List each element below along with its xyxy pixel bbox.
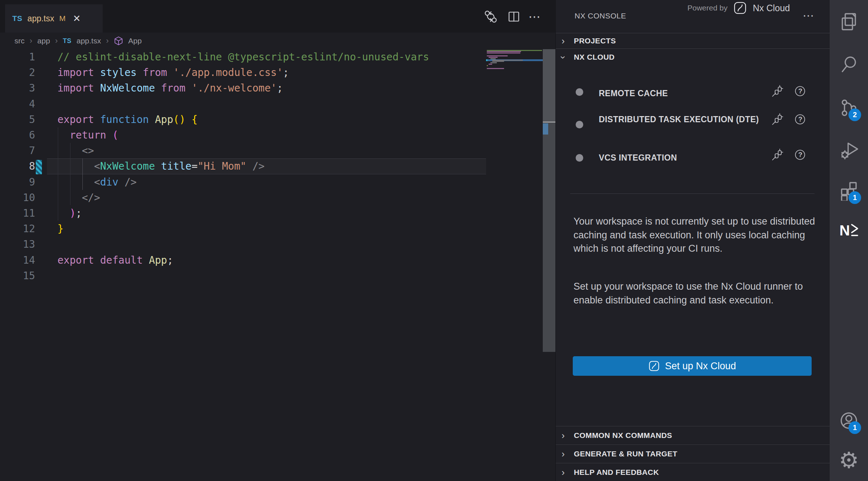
- notification-badge: 1: [848, 191, 861, 204]
- vscode-window: TS app.tsx M ✕ ⋯ src › app › TS app.tsx …: [0, 0, 868, 481]
- nx-console-panel: NX CONSOLE ⋯ › PROJECTS › NX CLOUD REMOT…: [555, 0, 830, 481]
- minimap-line: [492, 61, 504, 62]
- cloud-feature-actions: ?: [770, 112, 807, 127]
- code-text: );: [57, 205, 82, 221]
- collapsed-sections: ›COMMON NX COMMANDS›GENERATE & RUN TARGE…: [556, 426, 830, 481]
- code-line[interactable]: 6 return (: [0, 127, 486, 143]
- code-line[interactable]: 12}: [0, 221, 486, 237]
- scrollbar-track[interactable]: [543, 123, 555, 352]
- more-actions-icon[interactable]: ⋯: [803, 9, 815, 22]
- settings-icon[interactable]: ⚙: [839, 450, 859, 471]
- code-text: import styles from './app.module.css';: [57, 65, 289, 81]
- connect-icon[interactable]: [770, 148, 785, 162]
- setup-hint-text: Set up your workspace to use the Nx Clou…: [573, 280, 818, 307]
- minimap-line: [490, 62, 497, 63]
- nx-console-icon[interactable]: N: [839, 220, 859, 240]
- minimap[interactable]: [487, 50, 543, 75]
- open-changes-icon[interactable]: [483, 9, 499, 25]
- code-line[interactable]: 13: [0, 237, 486, 252]
- code-line[interactable]: 7 <>: [0, 143, 486, 159]
- workspace-status-text: Your workspace is not currently set up t…: [573, 215, 818, 256]
- code-line[interactable]: 2import styles from './app.module.css';: [0, 65, 486, 81]
- section-nx-cloud[interactable]: › NX CLOUD: [556, 49, 830, 65]
- section-projects[interactable]: › PROJECTS: [556, 33, 830, 49]
- chevron-right-icon: ›: [562, 467, 574, 478]
- help-icon[interactable]: ?: [793, 112, 807, 127]
- section-label: PROJECTS: [574, 37, 616, 45]
- debug-icon[interactable]: [839, 140, 859, 161]
- setup-nx-cloud-button[interactable]: Set up Nx Cloud: [573, 356, 812, 376]
- minimap-line: [487, 50, 542, 51]
- code-line[interactable]: 9 <div />: [0, 174, 486, 190]
- code-line[interactable]: 10 </>: [0, 190, 486, 206]
- scrollbar-divider: [543, 122, 555, 123]
- setup-button-label: Set up Nx Cloud: [665, 361, 736, 372]
- line-number: 7: [0, 143, 35, 159]
- code-text: <>: [57, 143, 94, 159]
- nx-cloud-icon: [648, 360, 660, 372]
- tab-app-tsx[interactable]: TS app.tsx M ✕: [5, 4, 103, 33]
- code-line[interactable]: 14export default App;: [0, 252, 486, 268]
- section-common-nx-commands[interactable]: ›COMMON NX COMMANDS: [556, 426, 830, 444]
- more-actions-icon[interactable]: ⋯: [527, 9, 543, 25]
- close-icon[interactable]: ✕: [73, 13, 81, 24]
- code-line[interactable]: 5export function App() {: [0, 112, 486, 128]
- status-dot: [576, 121, 583, 128]
- code-line[interactable]: 8 <NxWelcome title="Hi Mom" />: [0, 158, 486, 174]
- code-text: return (: [57, 127, 119, 143]
- chevron-right-icon: ›: [562, 35, 574, 47]
- section-label: COMMON NX COMMANDS: [574, 431, 672, 440]
- chevron-right-icon: ›: [562, 448, 574, 460]
- code-line[interactable]: 3import NxWelcome from './nx-welcome';: [0, 80, 486, 96]
- section-help-and-feedback[interactable]: ›HELP AND FEEDBACK: [556, 463, 830, 481]
- breadcrumb-src[interactable]: src: [14, 37, 25, 45]
- breadcrumb: src › app › TS app.tsx › App: [0, 33, 555, 49]
- code-line[interactable]: 15: [0, 268, 486, 284]
- breadcrumb-file[interactable]: app.tsx: [77, 37, 101, 45]
- gear-icon: ⚙: [839, 449, 859, 472]
- line-number: 15: [0, 268, 35, 284]
- breadcrumb-app[interactable]: app: [37, 37, 50, 45]
- code-text: import NxWelcome from './nx-welcome';: [57, 80, 283, 96]
- symbol-cube-icon: [114, 36, 123, 46]
- help-icon[interactable]: ?: [793, 148, 807, 162]
- code-line[interactable]: 1// eslint-disable-next-line @typescript…: [0, 49, 486, 65]
- breadcrumb-symbol-app[interactable]: App: [128, 37, 142, 45]
- line-number: 9: [0, 174, 35, 190]
- code-text: <div />: [57, 174, 137, 190]
- split-editor-icon[interactable]: [506, 9, 522, 25]
- panel-header: NX CONSOLE ⋯: [556, 0, 830, 32]
- code-line[interactable]: 11 );: [0, 205, 486, 221]
- connect-icon[interactable]: [770, 84, 785, 98]
- line-number: 1: [0, 49, 35, 65]
- overview-ruler-modified-marker: [543, 123, 548, 135]
- connect-icon[interactable]: [770, 112, 785, 127]
- cloud-feature-actions: ?: [770, 84, 807, 98]
- activity-bar: 21N1⚙: [830, 0, 868, 481]
- section-generate-run-target[interactable]: ›GENERATE & RUN TARGET: [556, 444, 830, 463]
- scrollbar-track[interactable]: [543, 49, 555, 122]
- line-number: 8: [0, 158, 35, 174]
- svg-text:?: ?: [798, 151, 802, 158]
- svg-text:N: N: [839, 222, 850, 238]
- explorer-icon[interactable]: [839, 12, 859, 32]
- code-line[interactable]: 4: [0, 96, 486, 112]
- svg-text:?: ?: [798, 87, 802, 95]
- cloud-feature-label: REMOTE CACHE: [599, 87, 769, 100]
- line-number: 12: [0, 221, 35, 237]
- chevron-right-icon: ›: [562, 430, 574, 441]
- minimap-line: [487, 65, 488, 66]
- breadcrumb-separator: ›: [30, 36, 32, 46]
- status-dot: [576, 88, 583, 96]
- search-icon[interactable]: [839, 54, 859, 75]
- divider: [570, 193, 815, 194]
- minimap-line: [487, 68, 504, 69]
- notification-badge: 1: [848, 421, 861, 434]
- line-number: 6: [0, 127, 35, 143]
- panel-title: NX CONSOLE: [575, 12, 626, 20]
- minimap-line: [492, 60, 523, 61]
- status-dot: [576, 154, 583, 162]
- help-icon[interactable]: ?: [793, 84, 807, 98]
- minimap-line: [487, 51, 521, 52]
- code-editor[interactable]: 1// eslint-disable-next-line @typescript…: [0, 49, 543, 481]
